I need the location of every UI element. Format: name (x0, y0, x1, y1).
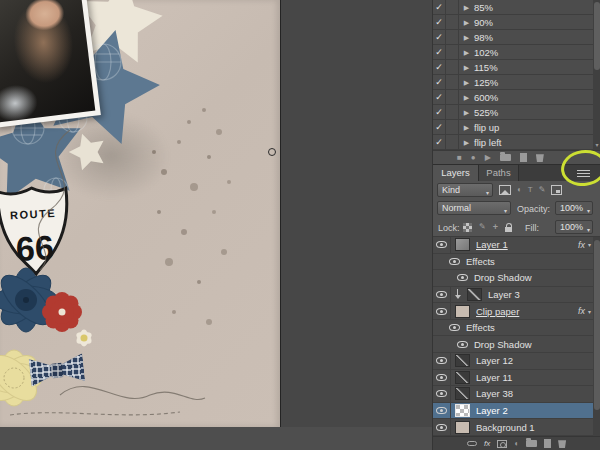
action-label[interactable]: 85% (474, 0, 493, 14)
drop-shadow-row[interactable]: Drop Shadow (433, 336, 593, 353)
new-layer-icon[interactable] (544, 439, 551, 448)
tab-paths[interactable]: Paths (479, 165, 519, 182)
action-label[interactable]: 90% (474, 15, 493, 29)
panel-menu-icon[interactable] (577, 170, 590, 178)
check-icon[interactable]: ✓ (433, 60, 446, 74)
visibility-cell[interactable] (433, 386, 451, 402)
effects-row[interactable]: Effects (433, 254, 593, 271)
opacity-value-box[interactable]: 100%▾ (555, 201, 593, 215)
disclosure-triangle-icon[interactable]: ▶ (459, 30, 474, 44)
disclosure-triangle-icon[interactable]: ▶ (459, 75, 474, 89)
action-row[interactable]: ✓▶115% (433, 60, 593, 75)
layer-row[interactable]: Layer 38 (433, 386, 593, 403)
layer-name[interactable]: Layer 38 (476, 388, 513, 399)
dialog-toggle[interactable] (446, 75, 459, 89)
delete-layer-icon[interactable] (558, 439, 566, 448)
eye-icon[interactable] (436, 407, 447, 414)
disclosure-triangle-icon[interactable]: ▶ (459, 15, 474, 29)
dialog-toggle[interactable] (446, 30, 459, 44)
visibility-cell[interactable] (433, 287, 451, 303)
action-label[interactable]: 600% (474, 90, 498, 104)
link-layers-icon[interactable] (467, 441, 477, 446)
tab-layers[interactable]: Layers (433, 165, 479, 182)
smart-object-filter-icon[interactable] (551, 185, 562, 195)
disclosure-triangle-icon[interactable]: ▶ (459, 90, 474, 104)
dialog-toggle[interactable] (446, 120, 459, 134)
disclosure-triangle-icon[interactable]: ▶ (459, 120, 474, 134)
layer-thumbnail[interactable] (455, 305, 470, 318)
layer-name[interactable]: Layer 1 (476, 239, 508, 250)
disclosure-triangle-icon[interactable]: ▶ (459, 60, 474, 74)
layer-thumbnail[interactable] (455, 238, 470, 251)
delete-icon[interactable] (536, 153, 544, 162)
layer-name[interactable]: Background 1 (476, 422, 535, 433)
eye-icon[interactable] (436, 241, 447, 248)
layer-name[interactable]: Clip paper (476, 306, 519, 317)
effect-label[interactable]: Drop Shadow (474, 272, 532, 283)
check-icon[interactable]: ✓ (433, 105, 446, 119)
visibility-cell[interactable] (433, 419, 451, 435)
action-label[interactable]: flip up (474, 120, 499, 134)
kind-filter-dropdown[interactable]: Kind▾ (437, 183, 493, 197)
check-icon[interactable]: ✓ (433, 135, 446, 149)
layer-row-selected[interactable]: Layer 2 (433, 403, 593, 420)
layer-name[interactable]: Layer 11 (476, 372, 512, 383)
layer-row[interactable]: Layer 3 (433, 287, 593, 304)
fill-value-box[interactable]: 100%▾ (555, 220, 593, 234)
check-icon[interactable]: ✓ (433, 0, 446, 14)
drop-shadow-row[interactable]: Drop Shadow (433, 270, 593, 287)
layer-name[interactable]: Layer 12 (476, 355, 513, 366)
eye-icon[interactable] (436, 374, 447, 381)
visibility-cell[interactable] (433, 303, 451, 319)
action-row[interactable]: ✓▶600% (433, 90, 593, 105)
lock-all-icon[interactable] (505, 227, 512, 232)
collapse-effects-icon[interactable]: ▾ (588, 241, 591, 248)
dialog-toggle[interactable] (446, 0, 459, 14)
action-label[interactable]: 98% (474, 30, 493, 44)
action-row[interactable]: ✓▶125% (433, 75, 593, 90)
eye-icon[interactable] (457, 274, 468, 281)
scroll-down-arrow-icon[interactable]: ▾ (593, 140, 600, 150)
check-icon[interactable]: ✓ (433, 15, 446, 29)
dialog-toggle[interactable] (446, 60, 459, 74)
new-set-folder-icon[interactable] (500, 154, 511, 161)
layer-effects-badge[interactable]: fx▾ (578, 237, 591, 253)
action-label[interactable]: 102% (474, 45, 498, 59)
dialog-toggle[interactable] (446, 90, 459, 104)
eye-icon[interactable] (449, 258, 460, 265)
check-icon[interactable]: ✓ (433, 30, 446, 44)
layer-thumbnail[interactable] (455, 421, 470, 434)
lock-position-icon[interactable]: + (493, 222, 498, 232)
eye-icon[interactable] (436, 390, 447, 397)
action-row[interactable]: ✓▶525% (433, 105, 593, 120)
action-row[interactable]: ✓▶98% (433, 30, 593, 45)
eye-icon[interactable] (449, 324, 460, 331)
disclosure-triangle-icon[interactable]: ▶ (459, 135, 474, 149)
eye-icon[interactable] (457, 341, 468, 348)
layer-row[interactable]: Layer 11 (433, 370, 593, 387)
check-icon[interactable]: ✓ (433, 45, 446, 59)
check-icon[interactable]: ✓ (433, 120, 446, 134)
canvas-area[interactable]: ROUTE 66 (0, 0, 432, 427)
effects-row[interactable]: Effects (433, 320, 593, 337)
record-icon[interactable]: ● (471, 152, 476, 164)
check-icon[interactable]: ✓ (433, 75, 446, 89)
layer-name[interactable]: Layer 2 (476, 405, 508, 416)
action-row[interactable]: ✓▶flip left (433, 135, 593, 150)
disclosure-triangle-icon[interactable]: ▶ (459, 0, 474, 14)
layer-row[interactable]: Clip paper fx▾ (433, 303, 593, 320)
actions-scrollbar-thumb[interactable] (594, 2, 600, 70)
collapse-effects-icon[interactable]: ▾ (588, 308, 591, 315)
action-label[interactable]: 125% (474, 75, 498, 89)
action-label[interactable]: flip left (474, 135, 501, 149)
eye-icon[interactable] (436, 357, 447, 364)
blend-mode-dropdown[interactable]: Normal▾ (437, 201, 511, 215)
effects-label[interactable]: Effects (466, 256, 495, 267)
new-action-icon[interactable] (520, 153, 527, 162)
layer-thumbnail[interactable] (455, 404, 470, 417)
layer-thumbnail[interactable] (467, 288, 482, 301)
pixel-layer-filter-icon[interactable] (499, 185, 511, 195)
shape-layer-filter-icon[interactable]: ✎ (539, 184, 546, 196)
visibility-cell[interactable] (433, 370, 451, 386)
eye-icon[interactable] (436, 308, 447, 315)
